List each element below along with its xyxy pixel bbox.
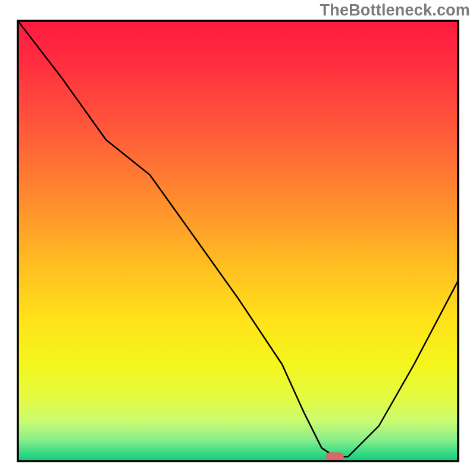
gradient-background	[18, 21, 458, 461]
optimal-marker	[326, 452, 344, 461]
chart-container: TheBottleneck.com	[0, 0, 476, 476]
bottleneck-chart	[0, 0, 476, 476]
